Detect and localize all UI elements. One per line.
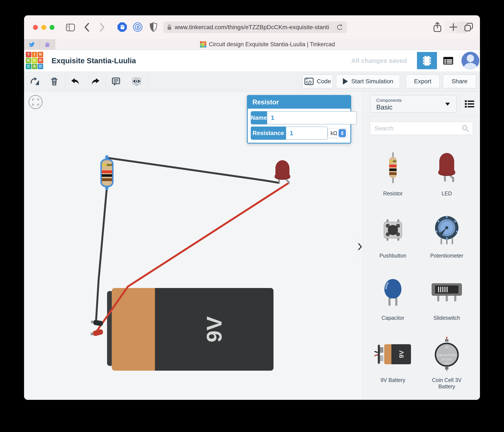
table-icon [443, 56, 454, 65]
resistance-unit-select[interactable]: kΩ [328, 128, 347, 138]
list-view-button[interactable] [464, 100, 475, 108]
sidebar-toggle-button[interactable] [66, 23, 75, 32]
delete-button[interactable] [49, 76, 59, 87]
privacy-report-button[interactable] [149, 22, 158, 33]
sidebar-collapse-button[interactable] [357, 235, 362, 258]
app-header: T I N K E R C A D Exquisite Stantia-Luul… [24, 50, 480, 71]
search-input[interactable] [370, 125, 461, 132]
browser-window: www.tinkercad.com/things/eTZZBpDcCKm-exq… [24, 15, 480, 400]
component-label: Capacitor [373, 315, 413, 321]
address-bar[interactable]: www.tinkercad.com/things/eTZZBpDcCKm-exq… [163, 21, 347, 33]
resistor-terminal-2[interactable] [105, 186, 108, 189]
pinned-tab-extension[interactable] [40, 39, 55, 50]
circuits-view-button[interactable] [417, 52, 437, 69]
resistance-input[interactable] [286, 127, 328, 140]
battery-component[interactable]: 9V [107, 288, 273, 371]
toolbar-separator [106, 73, 106, 90]
toolbar-separator [403, 73, 403, 90]
zoom-to-fit-button[interactable] [28, 95, 43, 109]
resistor-component[interactable] [101, 156, 113, 189]
forward-button[interactable] [99, 23, 105, 33]
resistance-row: Resistance kΩ [251, 127, 347, 140]
search-box [370, 122, 473, 135]
password-manager-extension-button[interactable] [133, 22, 142, 32]
sidebar-divider [363, 116, 480, 116]
list-icon [464, 100, 475, 108]
component-inspector: Resistor Name Resistance kΩ [247, 95, 351, 144]
component-list-view-button[interactable] [439, 52, 457, 69]
chip-icon [422, 55, 432, 67]
battery-negative-clip[interactable] [90, 319, 103, 326]
tab-title: Circuit design Exquisite Stantia-Luulia … [209, 41, 335, 48]
component-item-resistor[interactable]: Resistor [369, 147, 416, 208]
resistor-terminal-1[interactable] [105, 156, 108, 159]
component-item-9v-battery[interactable]: 9V 9V Battery [369, 334, 416, 394]
note-icon [111, 76, 121, 87]
component-item-led[interactable]: LED [423, 147, 470, 208]
inspector-body: Name Resistance kΩ [248, 109, 350, 143]
close-button[interactable] [33, 25, 38, 30]
notes-button[interactable] [111, 76, 121, 87]
user-avatar[interactable] [461, 52, 479, 70]
component-item-coin-cell[interactable]: + COIN BATTERY CR 2032 3.0V Coin Cell 3V… [423, 334, 470, 394]
component-label: Coin Cell 3V Battery [427, 377, 467, 390]
search-icon [461, 124, 470, 133]
tab-overview-button[interactable] [464, 22, 474, 33]
pinned-tab-twitter[interactable] [24, 39, 40, 50]
undo-button[interactable] [70, 76, 80, 87]
component-label: Resistor [373, 190, 413, 197]
component-item-slideswitch[interactable]: Slideswitch [423, 271, 470, 332]
tinkercad-logo[interactable]: T I N K E R C A D [26, 52, 43, 69]
components-category-dropdown[interactable]: Components Basic [370, 95, 457, 113]
components-sidebar: Components Basic [362, 92, 480, 400]
chevron-right-icon [358, 242, 362, 251]
resistance-label: Resistance [251, 127, 286, 140]
wire-black-top[interactable] [108, 158, 279, 183]
back-button[interactable] [84, 23, 90, 33]
unit-stepper-icon[interactable] [339, 129, 346, 137]
name-input[interactable] [267, 111, 357, 124]
back-icon [84, 23, 90, 32]
toolbar-separator [147, 73, 148, 90]
keyhole-icon [135, 24, 141, 30]
rotate-button[interactable] [29, 76, 40, 87]
share-label: Share [452, 78, 468, 85]
eye-icon [132, 76, 142, 87]
active-tab[interactable]: Circuit design Exquisite Stantia-Luulia … [55, 39, 480, 50]
trash-icon [49, 76, 59, 87]
share-page-button[interactable] [433, 22, 442, 34]
name-row: Name [251, 111, 347, 124]
resistor-icon [386, 152, 399, 183]
battery-9v-icon: 9V [374, 343, 412, 366]
name-label: Name [251, 111, 267, 124]
redo-button[interactable] [90, 76, 101, 87]
circuit-canvas[interactable]: 9V [24, 92, 362, 400]
desktop-background: www.tinkercad.com/things/eTZZBpDcCKm-exq… [0, 0, 504, 432]
export-button[interactable]: Export [406, 74, 440, 88]
maximize-button[interactable] [50, 25, 54, 30]
tabs-icon [464, 22, 474, 32]
new-tab-button[interactable] [449, 23, 458, 32]
chevron-down-icon [445, 103, 450, 106]
capacitor-icon [382, 278, 404, 306]
minimize-button[interactable] [41, 25, 46, 30]
component-item-capacitor[interactable]: Capacitor [369, 271, 416, 332]
code-button[interactable]: Code [302, 74, 333, 88]
wire-black-left[interactable] [96, 188, 107, 322]
play-icon [343, 78, 348, 85]
design-title[interactable]: Exquisite Stantia-Luulia [52, 50, 136, 71]
start-simulation-button[interactable]: Start Simulation [336, 74, 400, 88]
component-item-pushbutton[interactable]: Pushbutton [369, 209, 416, 270]
avatar-head [467, 55, 474, 62]
reload-button[interactable] [336, 24, 343, 31]
component-item-potentiometer[interactable]: Potentiometer [423, 209, 470, 270]
led-component[interactable] [275, 160, 290, 183]
code-label: Code [317, 78, 331, 85]
share-button[interactable]: Share [443, 74, 476, 88]
content-blocker-extension-button[interactable] [117, 22, 127, 32]
tinkercad-favicon [200, 41, 206, 47]
component-label: Potentiometer [427, 253, 467, 259]
visibility-button[interactable] [132, 76, 142, 87]
save-status: All changes saved [351, 50, 407, 71]
coin-cell-line2: CR 2032 [441, 358, 452, 361]
